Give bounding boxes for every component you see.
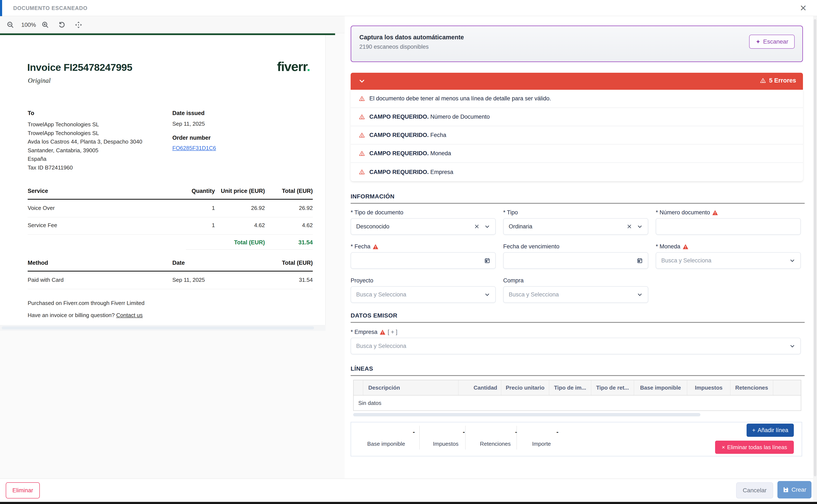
hscrollbar-thumb[interactable] [2, 326, 314, 329]
section-informacion: INFORMACIÓN [350, 193, 394, 200]
modal-header: DOCUMENTO ESCANEADO ✕ [0, 0, 817, 16]
plus-icon: + [752, 427, 756, 434]
document-viewer: 100% Invoice FI25478247995 Original five… [0, 16, 345, 478]
numero-documento-label: * Número documento [656, 209, 801, 216]
cell-total: 4.62 [302, 222, 313, 229]
document-hscrollbar[interactable] [0, 325, 325, 331]
payment-row: Paid with Card Sep 11, 2025 31.54 [28, 277, 313, 285]
panel-vscrollbar[interactable] [813, 16, 817, 503]
banner-subtitle: 2190 escaneos disponibles [359, 44, 429, 50]
warning-icon [760, 78, 766, 84]
auto-capture-banner: Captura los datos automáticamente 2190 e… [350, 26, 803, 62]
close-icon[interactable]: ✕ [800, 4, 807, 12]
tipo-select[interactable]: Ordinaria [503, 218, 648, 235]
modal-footer: Eliminar Cancelar Crear [0, 478, 817, 503]
contact-us-link[interactable]: Contact us [116, 312, 142, 318]
total-underline [186, 249, 313, 250]
compra-select[interactable]: Busca y Selecciona [503, 286, 648, 303]
tipo-documento-label: * Tipo de documento [350, 209, 496, 216]
summary-value: - [357, 428, 415, 436]
chevron-down-icon[interactable] [484, 224, 490, 229]
lineas-table-header: Descripción Cantidad Precio unitario Tip… [353, 380, 801, 396]
fecha-vencimiento-label: Fecha de vencimiento [503, 243, 648, 250]
modal-title: DOCUMENTO ESCANEADO [13, 5, 87, 11]
tipo-documento-select[interactable]: Desconocido [350, 218, 496, 235]
row-divider [28, 217, 313, 217]
delete-all-label: Eliminar todas las líneas [727, 444, 787, 451]
clear-icon[interactable] [474, 224, 480, 229]
warning-icon [359, 96, 365, 102]
fecha-vencimiento-input[interactable] [503, 252, 648, 269]
error-text: CAMPO REQUERIDO. Empresa [369, 169, 454, 175]
warning-icon [712, 210, 718, 215]
proyecto-select[interactable]: Busca y Selecciona [350, 286, 496, 303]
document-scan-modal: DOCUMENTO ESCANEADO ✕ 100% Invoice FI254… [0, 0, 817, 504]
page-top-edge [0, 33, 335, 35]
col-quantity: Quantity [191, 188, 215, 194]
chevron-down-icon[interactable] [789, 343, 795, 349]
sparkles-icon: ✦ [756, 38, 760, 45]
table-row: Voice Over 1 26.92 26.92 [28, 205, 313, 213]
cell-unit: 4.62 [254, 222, 265, 229]
screen-bottom-edge [0, 502, 817, 504]
order-number-link[interactable]: FO6285F31D1C6 [172, 145, 216, 151]
error-text: CAMPO REQUERIDO. Número de Documento [369, 114, 490, 120]
chevron-down-icon[interactable] [637, 224, 643, 229]
lineas-hscrollbar[interactable] [353, 413, 700, 416]
fecha-input[interactable] [350, 252, 496, 269]
moneda-select[interactable]: Busca y Selecciona [656, 252, 801, 269]
fit-screen-icon[interactable] [75, 21, 82, 28]
errors-header[interactable]: 5 Errores [350, 73, 803, 90]
col-base-imponible: Base imponible [634, 380, 687, 395]
lineas-table: Descripción Cantidad Precio unitario Tip… [353, 380, 801, 411]
crear-button[interactable]: Crear [777, 481, 811, 498]
cancelar-button[interactable]: Cancelar [736, 482, 773, 498]
purchase-note: Purchased on Fiverr.com through Fiverr L… [28, 300, 144, 306]
chevron-down-icon[interactable] [359, 78, 365, 84]
billing-question-text: Have an invoice or billing question? [28, 312, 116, 318]
empresa-label: * Empresa [ + ] [350, 329, 397, 335]
col-total: Total (EUR) [282, 188, 313, 194]
clear-icon[interactable] [627, 224, 632, 229]
service-table: Service Quantity Unit price (EUR) Total … [28, 188, 313, 247]
table-row: Service Fee 1 4.62 4.62 [28, 222, 313, 230]
delete-all-lines-button[interactable]: × Eliminar todas las líneas [715, 441, 794, 454]
cell-total: 26.92 [299, 205, 313, 211]
zoom-level: 100% [21, 22, 36, 28]
chevron-down-icon[interactable] [637, 292, 643, 298]
calendar-icon[interactable] [637, 258, 643, 263]
vscrollbar-thumb[interactable] [814, 19, 816, 476]
add-line-button[interactable]: + Añadir línea [747, 424, 794, 437]
cell-method: Paid with Card [28, 277, 64, 283]
summary-base-imponible: - Base imponible [357, 422, 415, 456]
payment-table-header: Method Date Total (EUR) [28, 260, 313, 268]
recipient-line: TrowelApp Techonologies SL [28, 120, 142, 129]
numero-documento-input[interactable] [656, 218, 801, 235]
summary-divider [465, 426, 466, 450]
error-text: El documento debe tener al menos una lín… [369, 95, 551, 102]
error-item: CAMPO REQUERIDO. Moneda [350, 145, 803, 163]
zoom-out-icon[interactable] [7, 21, 14, 28]
error-item: CAMPO REQUERIDO. Número de Documento [350, 108, 803, 126]
crear-label: Crear [791, 486, 806, 493]
service-table-header: Service Quantity Unit price (EUR) Total … [28, 188, 313, 196]
calendar-icon[interactable] [484, 258, 490, 263]
fecha-label: * Fecha [350, 243, 496, 250]
empresa-select[interactable]: Busca y Selecciona [350, 338, 801, 354]
table-rule [28, 271, 313, 272]
col-retenciones: Retenciones [730, 380, 773, 395]
warning-icon [359, 132, 365, 138]
escanear-button[interactable]: ✦ Escanear [749, 35, 795, 49]
warning-icon [379, 329, 385, 335]
section-divider [350, 203, 805, 204]
chevron-down-icon[interactable] [789, 258, 795, 263]
col-method: Method [28, 260, 48, 266]
cell-qty: 1 [212, 205, 215, 211]
zoom-in-icon[interactable] [42, 21, 49, 28]
eliminar-button[interactable]: Eliminar [6, 482, 40, 498]
date-issued-value: Sep 11, 2025 [172, 121, 205, 127]
chevron-down-icon[interactable] [484, 292, 490, 298]
rotate-icon[interactable] [58, 21, 66, 28]
add-company-button[interactable]: [ + ] [387, 329, 397, 335]
invoice-subtitle: Original [28, 77, 51, 84]
